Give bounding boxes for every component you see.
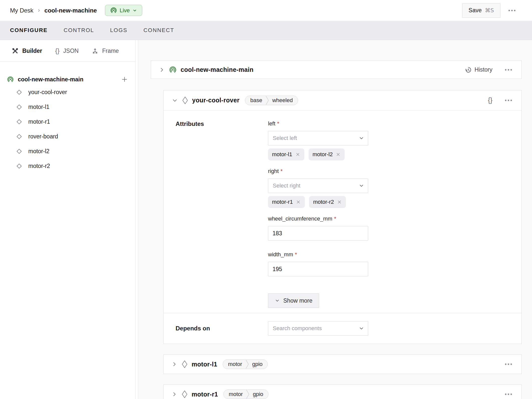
broadcast-icon [7,76,14,83]
field-right: right * Select right [268,168,368,208]
chevron-down-icon [359,183,364,188]
main-tab-bar: CONFIGURE CONTROL LOGS CONNECT [0,21,532,40]
mode-json-label: JSON [63,48,79,54]
chevron-right-icon[interactable] [172,361,177,367]
page-overflow-menu-button[interactable] [506,7,518,14]
tree-item-motor-r2[interactable]: motor-r2 [0,159,135,173]
chevron-down-icon [275,298,280,303]
save-button[interactable]: Save ⌘S [462,3,500,18]
machine-status-dropdown[interactable]: Live [105,5,142,16]
mode-builder[interactable]: Builder [12,48,42,54]
depends-on-placeholder: Search components [273,325,322,332]
depends-on-section: Depends on Search components [164,313,521,344]
crossed-tools-icon [12,48,19,54]
tree-item-rover-board[interactable]: rover-board [0,129,135,144]
braces-icon: {} [55,48,59,54]
field-left: left * Select left m [268,120,368,160]
edit-json-icon[interactable]: {} [488,97,492,104]
component-diamond-icon [16,119,22,125]
component-card-your-cool-rover: your-cool-rover base wheeled {} [163,90,522,344]
mode-frame[interactable]: Frame [92,48,119,54]
machine-status-label: Live [120,7,130,14]
breadcrumb: My Desk cool-new-machine [10,7,97,14]
required-asterisk: * [334,216,336,222]
machine-config-page: My Desk cool-new-machine Live Save ⌘S [0,0,532,399]
chevron-right-icon[interactable] [172,391,177,397]
component-overflow-menu-button[interactable] [502,361,514,367]
mode-builder-label: Builder [22,48,42,54]
component-diamond-icon [182,96,188,104]
chevron-right-icon[interactable] [159,67,165,73]
show-more-label: Show more [283,297,312,304]
component-type-badge: motor gpio [223,389,269,399]
tab-logs[interactable]: LOGS [110,27,127,34]
component-title: motor-r1 [192,391,218,398]
tab-connect[interactable]: CONNECT [144,27,174,34]
component-diamond-icon [16,89,22,95]
remove-tag-icon[interactable] [336,152,341,157]
part-overflow-menu-button[interactable] [502,67,514,73]
component-card-motor-l1[interactable]: motor-l1 motor gpio [163,354,522,374]
tag-label: motor-r2 [313,199,334,205]
component-overflow-menu-button[interactable] [502,391,514,397]
attributes-section: Attributes left * Select left [164,110,521,313]
required-asterisk: * [277,120,279,127]
component-overflow-menu-button[interactable] [502,97,514,104]
top-bar: My Desk cool-new-machine Live Save ⌘S [0,0,532,21]
tree-item-label: motor-r2 [28,163,50,169]
tab-control[interactable]: CONTROL [64,27,94,34]
remove-tag-icon[interactable] [295,152,300,157]
breadcrumb-root-link[interactable]: My Desk [10,7,33,14]
machine-part-card: cool-new-machine-main History [151,61,522,79]
tag-motor-r1: motor-r1 [268,196,305,208]
configure-main-panel: cool-new-machine-main History [138,40,532,399]
component-title: your-cool-rover [192,97,239,104]
history-button[interactable]: History [465,66,492,73]
badge-divider-chevron-icon [265,96,269,105]
select-left-dropdown[interactable]: Select left [268,131,368,145]
required-asterisk: * [281,168,283,174]
tree-item-motor-l1[interactable]: motor-l1 [0,100,135,114]
add-component-icon[interactable] [120,75,129,84]
tab-configure[interactable]: CONFIGURE [10,27,48,34]
badge-type: base [245,97,265,104]
tree-item-motor-r1[interactable]: motor-r1 [0,114,135,129]
breadcrumb-machine-name: cool-new-machine [44,7,97,14]
tag-label: motor-r1 [272,199,293,205]
badge-model: gpio [249,361,268,367]
tree-root-label: cool-new-machine-main [18,76,120,83]
component-type-badge: motor gpio [223,359,268,369]
remove-tag-icon[interactable] [337,200,342,205]
select-right-dropdown[interactable]: Select right [268,178,368,193]
sidebar-resize-gutter[interactable] [136,40,138,399]
save-button-label: Save [469,7,482,14]
tag-motor-l1: motor-l1 [268,148,304,160]
tree-root-machine-part[interactable]: cool-new-machine-main [0,74,135,85]
component-diamond-icon [182,390,188,398]
tree-item-motor-l2[interactable]: motor-l2 [0,144,135,159]
tag-label: motor-l2 [313,151,333,158]
chevron-down-icon [359,326,364,331]
show-more-button[interactable]: Show more [268,293,319,308]
select-right-placeholder: Select right [273,182,300,189]
tree-item-label: motor-r1 [28,118,50,125]
tag-label: motor-l1 [272,151,292,158]
chevron-down-icon[interactable] [172,98,178,103]
tree-item-your-cool-rover[interactable]: your-cool-rover [0,85,135,100]
component-card-header[interactable]: your-cool-rover base wheeled {} [164,90,521,110]
badge-model: wheeled [269,97,298,104]
badge-type: motor [224,391,246,397]
remove-tag-icon[interactable] [296,200,301,205]
depends-on-dropdown[interactable]: Search components [268,321,368,336]
attributes-heading: Attributes [176,120,268,127]
width-input[interactable] [268,262,368,276]
component-card-motor-r1[interactable]: motor-r1 motor gpio [163,384,522,399]
select-left-placeholder: Select left [273,135,297,141]
tree-item-label: your-cool-rover [28,89,67,96]
wheel-circumference-input[interactable] [268,226,368,241]
mode-json[interactable]: {} JSON [55,48,79,54]
tree-item-label: motor-l2 [28,148,49,155]
history-clock-icon [465,66,472,73]
field-right-label: right [268,168,279,174]
field-width: width_mm * [268,251,368,276]
